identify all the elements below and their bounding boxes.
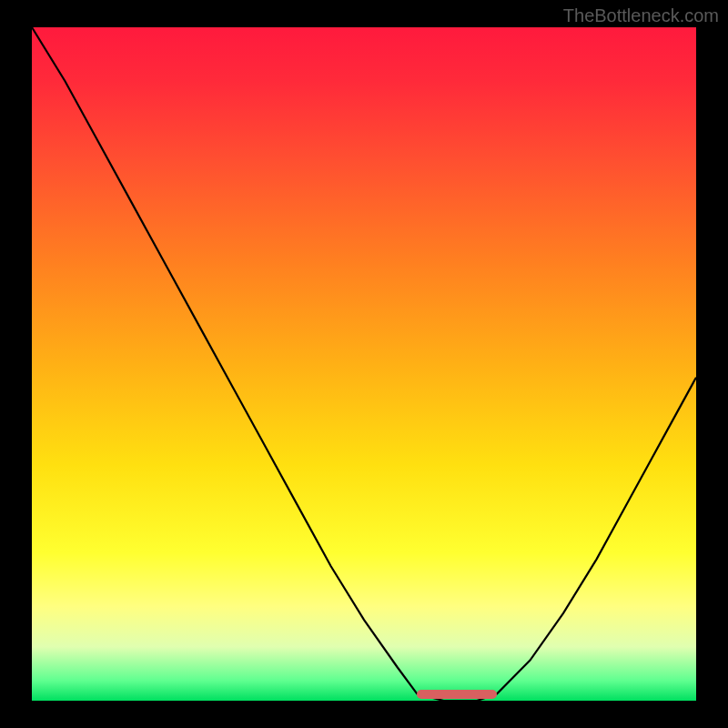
optimal-range-marker bbox=[417, 690, 497, 699]
chart-plot-area bbox=[32, 27, 696, 701]
watermark-text: TheBottleneck.com bbox=[563, 5, 719, 26]
bottleneck-curve-path bbox=[32, 27, 696, 701]
chart-curve-svg bbox=[32, 27, 696, 701]
